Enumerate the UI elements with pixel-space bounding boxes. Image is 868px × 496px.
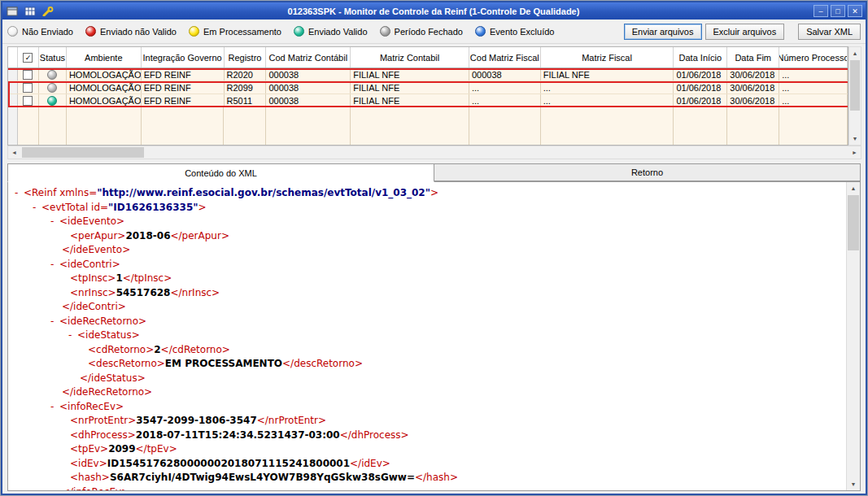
- xml-text-value: 1: [116, 272, 122, 284]
- grid-cell: FILIAL NFE: [351, 68, 469, 80]
- xml-scroll-up-arrow-icon[interactable]: ▲: [847, 182, 860, 194]
- legend-bar: Não EnviadoEnviado não ValidoEm Processa…: [2, 20, 866, 44]
- collapse-marker[interactable]: -: [50, 400, 59, 415]
- grid-scroll-track[interactable]: [849, 59, 861, 133]
- legend-item: Não Enviado: [7, 26, 73, 37]
- minimize-button[interactable]: –: [813, 5, 828, 17]
- scroll-left-arrow-icon[interactable]: ◄: [8, 146, 20, 159]
- xml-text-value: 2018-06: [125, 230, 170, 241]
- xml-scroll-thumb[interactable]: [848, 195, 859, 250]
- xml-tag: </ideStatus>: [80, 372, 146, 384]
- xml-attribute-value: "ID1626136335": [108, 202, 198, 213]
- grid-cell: [39, 68, 67, 80]
- scroll-up-arrow-icon[interactable]: ▲: [849, 47, 861, 59]
- collapse-marker[interactable]: -: [15, 186, 24, 201]
- xml-tag: <nrInsc>: [70, 287, 116, 298]
- xml-text-value: 2099: [108, 443, 135, 455]
- close-button[interactable]: ✕: [848, 5, 862, 17]
- column-header[interactable]: Cod Matriz Fiscal: [469, 47, 541, 67]
- select-all-checkbox[interactable]: ✓: [23, 53, 33, 63]
- xml-scroll-down-arrow-icon[interactable]: ▼: [847, 478, 860, 490]
- column-header[interactable]: Integração Governo: [142, 47, 225, 67]
- grid-cell: 000038: [266, 68, 351, 80]
- xml-text-value: ID1545176280000002018071115241800001: [107, 458, 350, 469]
- xml-tag: <hash>: [70, 472, 110, 483]
- column-header[interactable]: Número Processo: [779, 47, 848, 67]
- hscroll-thumb[interactable]: [22, 147, 144, 158]
- xml-line: <cdRetorno>2</cdRetorno>: [8, 343, 846, 358]
- column-header[interactable]: Status: [39, 47, 67, 67]
- column-header[interactable]: Matriz Fiscal: [541, 47, 674, 67]
- tab-retorno[interactable]: Retorno: [434, 163, 861, 181]
- table-row[interactable]: HOMOLOGAÇÃOEFD REINFR2020000038FILIAL NF…: [8, 68, 848, 81]
- column-header[interactable]: Ambiente: [67, 47, 142, 67]
- xml-line: <idEv>ID15451762800000020180711152418000…: [8, 457, 846, 472]
- excluir-arquivos-button[interactable]: Excluir arquivos: [705, 24, 785, 40]
- selection-rect: [8, 81, 848, 107]
- legend-label: Em Processamento: [203, 27, 281, 37]
- events-grid-wrapper: ✓StatusAmbienteIntegração GovernoRegistr…: [7, 46, 861, 146]
- grid-scroll-thumb[interactable]: [850, 60, 860, 111]
- select-all-header[interactable]: ✓: [18, 47, 39, 67]
- column-header[interactable]: Data Fim: [727, 47, 779, 67]
- enviar-arquivos-button[interactable]: Enviar arquivos: [624, 24, 702, 40]
- legend-label: Período Fechado: [395, 27, 463, 37]
- collapse-marker[interactable]: -: [50, 215, 59, 229]
- xml-line: </ideEvento>: [8, 243, 846, 258]
- maximize-button[interactable]: □: [831, 5, 845, 17]
- scroll-down-arrow-icon[interactable]: ▼: [849, 133, 861, 145]
- status-circle-icon: [294, 26, 304, 37]
- row-checkbox[interactable]: [23, 70, 33, 80]
- salvar-xml-button[interactable]: Salvar XML: [798, 24, 861, 40]
- xml-tag: </hash>: [415, 472, 458, 483]
- column-header[interactable]: [8, 47, 18, 67]
- xml-tag: </infoRecEv>: [62, 486, 129, 491]
- xml-tag: </dhProcess>: [340, 429, 409, 441]
- grid-cell: R2020: [225, 68, 267, 80]
- column-header[interactable]: Registro: [225, 47, 267, 67]
- grid-cell: [779, 107, 848, 146]
- xml-tag: </tpEv>: [136, 443, 177, 455]
- empty-grid-area: [8, 107, 848, 146]
- form-icon[interactable]: [6, 6, 18, 16]
- grid-cell: ...: [779, 68, 848, 80]
- xml-line: </ideRecRetorno>: [8, 385, 846, 400]
- legend-label: Enviado Valido: [308, 27, 368, 37]
- grid-cell: [351, 107, 469, 146]
- xml-scroll-track[interactable]: [847, 194, 860, 478]
- xml-tag: <idEv>: [70, 458, 107, 469]
- legend-item: Enviado Valido: [294, 26, 368, 37]
- xml-line: </ideStatus>: [8, 372, 846, 386]
- xml-line: <descRetorno>EM PROCESSAMENTO</descRetor…: [8, 357, 846, 372]
- grid-cell: [469, 107, 541, 146]
- column-header[interactable]: Data Início: [674, 47, 727, 67]
- collapse-marker[interactable]: -: [68, 328, 77, 343]
- grid-cell: FILIAL NFE: [541, 68, 674, 80]
- xml-tag: </idEv>: [350, 458, 390, 469]
- wrench-icon[interactable]: [41, 6, 54, 16]
- xml-vertical-scrollbar[interactable]: ▲ ▼: [846, 182, 860, 490]
- events-grid: ✓StatusAmbienteIntegração GovernoRegistr…: [7, 46, 848, 146]
- xml-tag: <descRetorno>: [88, 358, 165, 369]
- column-header[interactable]: Matriz Contabil: [351, 47, 469, 67]
- grid-vertical-scrollbar[interactable]: ▲ ▼: [848, 46, 861, 146]
- tab-conteudo-do-xml[interactable]: Conteúdo do XML: [7, 163, 434, 182]
- collapse-marker[interactable]: -: [33, 201, 41, 215]
- collapse-marker[interactable]: -: [50, 258, 59, 272]
- xml-tag: </descRetorno>: [282, 358, 363, 369]
- grid-icon[interactable]: [24, 6, 36, 16]
- grid-horizontal-scrollbar[interactable]: ◄ ►: [7, 146, 861, 159]
- grid-cell: 01/06/2018: [674, 68, 727, 80]
- xml-line: -<ideStatus>: [8, 328, 846, 343]
- xml-tag: <perApur>: [70, 230, 125, 241]
- xml-line: <tpEv>2099</tpEv>: [8, 442, 846, 457]
- xml-tag: <nrProtEntr>: [70, 415, 136, 426]
- xml-text-value: 2: [154, 344, 160, 355]
- collapse-marker[interactable]: -: [50, 315, 59, 329]
- xml-line: </ideContri>: [8, 300, 846, 315]
- xml-line: <hash>S6AR7ciyhI/4DTwig94EwsL4YOW7B98YqG…: [8, 471, 846, 485]
- scroll-right-arrow-icon[interactable]: ►: [848, 146, 861, 159]
- column-header[interactable]: Cod Matriz Contábil: [266, 47, 351, 67]
- grid-header-row: ✓StatusAmbienteIntegração GovernoRegistr…: [8, 47, 848, 68]
- detail-tabs: Conteúdo do XML Retorno: [7, 163, 861, 181]
